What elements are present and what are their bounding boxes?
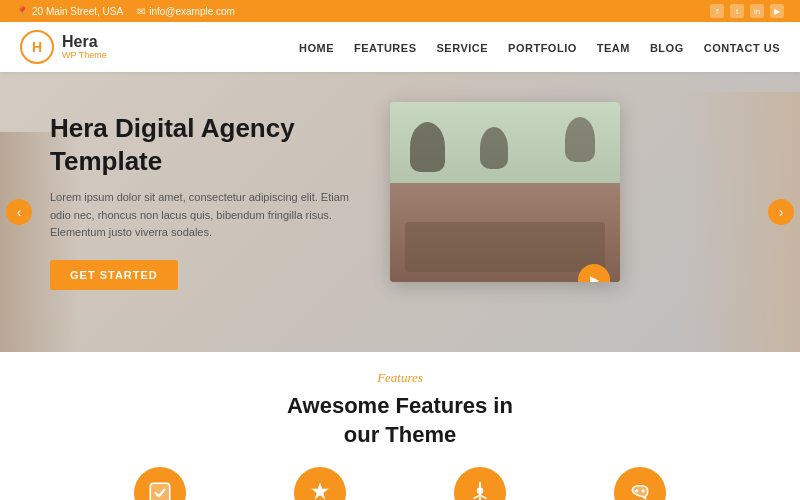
meeting-table <box>405 222 605 272</box>
top-bar-contact: 📍 20 Main Street, USA ✉ info@example.com <box>16 6 235 17</box>
person-1 <box>410 122 445 172</box>
features-title: Awesome Features in our Theme <box>20 392 780 449</box>
svg-rect-0 <box>150 483 170 500</box>
nav-contact[interactable]: CONTACT US <box>704 38 780 56</box>
social-links: f t in ▶ <box>710 4 784 18</box>
nav-service[interactable]: SERVICE <box>436 38 488 56</box>
support-icon <box>627 480 653 500</box>
logo-text-group: Hera WP Theme <box>62 34 107 60</box>
fast-icon-wrap <box>294 467 346 500</box>
bootstrap-icon-wrap <box>454 467 506 500</box>
hero-image-inner <box>390 102 620 282</box>
nav-features[interactable]: FEATURES <box>354 38 416 56</box>
address-info: 📍 20 Main Street, USA <box>16 6 123 17</box>
get-started-button[interactable]: GET STARTED <box>50 260 178 290</box>
svg-point-1 <box>477 488 484 495</box>
navbar: H Hera WP Theme HOME FEATURES SERVICE PO… <box>0 22 800 72</box>
features-cards: W3C Validation Super Fast Latest Bootstr… <box>20 467 780 500</box>
twitter-icon[interactable]: t <box>730 4 744 18</box>
features-title-line2: our Theme <box>344 422 456 447</box>
fast-icon <box>307 480 333 500</box>
address-text: 20 Main Street, USA <box>32 6 123 17</box>
feature-fast: Super Fast <box>260 467 380 500</box>
hero-title: Hera Digital Agency Template <box>50 112 370 177</box>
email-info: ✉ info@example.com <box>137 6 235 17</box>
feature-bootstrap: Latest Bootstrap <box>420 467 540 500</box>
logo-letter: H <box>32 39 42 55</box>
hero-body: Lorem ipsum dolor sit amet, consectetur … <box>50 189 370 242</box>
email-text: info@example.com <box>149 6 235 17</box>
instagram-icon[interactable]: in <box>750 4 764 18</box>
email-icon: ✉ <box>137 6 145 17</box>
feature-support: Awesome Support <box>580 467 700 500</box>
support-icon-wrap <box>614 467 666 500</box>
svg-point-4 <box>635 489 638 492</box>
youtube-icon[interactable]: ▶ <box>770 4 784 18</box>
facebook-icon[interactable]: f <box>710 4 724 18</box>
w3c-icon-wrap <box>134 467 186 500</box>
nav-menu: HOME FEATURES SERVICE PORTFOLIO TEAM BLO… <box>299 38 780 56</box>
features-title-line1: Awesome Features in <box>287 393 513 418</box>
hero-arrow-left[interactable]: ‹ <box>6 199 32 225</box>
features-section: Features Awesome Features in our Theme W… <box>0 352 800 500</box>
feature-w3c: W3C Validation <box>100 467 220 500</box>
person-2 <box>565 117 595 162</box>
logo-tagline: WP Theme <box>62 50 107 60</box>
w3c-icon <box>147 480 173 500</box>
svg-point-5 <box>642 489 645 492</box>
hero-image-card: ▶ <box>390 102 620 282</box>
nav-portfolio[interactable]: PORTFOLIO <box>508 38 577 56</box>
features-label: Features <box>20 370 780 386</box>
logo[interactable]: H Hera WP Theme <box>20 30 107 64</box>
hero-section: ‹ Hera Digital Agency Template Lorem ips… <box>0 72 800 352</box>
logo-name: Hera <box>62 34 107 50</box>
hero-content: Hera Digital Agency Template Lorem ipsum… <box>50 112 370 290</box>
location-icon: 📍 <box>16 6 28 17</box>
top-bar: 📍 20 Main Street, USA ✉ info@example.com… <box>0 0 800 22</box>
person-3 <box>480 127 508 169</box>
logo-circle: H <box>20 30 54 64</box>
nav-home[interactable]: HOME <box>299 38 334 56</box>
nav-blog[interactable]: BLOG <box>650 38 684 56</box>
nav-team[interactable]: TEAM <box>597 38 630 56</box>
bootstrap-icon <box>467 480 493 500</box>
hero-arrow-right[interactable]: › <box>768 199 794 225</box>
